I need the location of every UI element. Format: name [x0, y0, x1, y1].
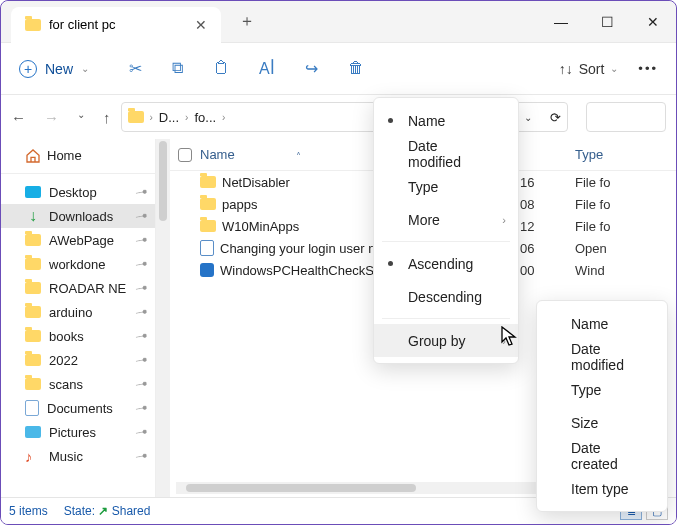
- sidebar-item-desktop[interactable]: Desktop📍︎: [1, 180, 155, 204]
- sidebar-item-label: arduino: [49, 305, 92, 320]
- sidebar-item-books[interactable]: books📍︎: [1, 324, 155, 348]
- breadcrumb-1[interactable]: D...: [159, 110, 179, 125]
- sidebar-home-label: Home: [47, 148, 82, 163]
- sort-more[interactable]: More›: [374, 203, 518, 236]
- cut-icon[interactable]: ✂: [129, 59, 142, 78]
- forward-button[interactable]: →: [44, 109, 59, 126]
- paste-icon[interactable]: 📋︎: [213, 59, 229, 78]
- sidebar-item-label: scans: [49, 377, 83, 392]
- sidebar-item-label: ROADAR NE: [49, 281, 126, 296]
- sort-ascending[interactable]: Ascending: [374, 247, 518, 280]
- window-controls: ― ☐ ✕: [538, 6, 676, 38]
- window-tab[interactable]: for client pc ✕: [11, 7, 221, 43]
- select-all-checkbox[interactable]: [178, 148, 192, 162]
- sort-group-by[interactable]: Group by›: [374, 324, 518, 357]
- sidebar-item-pictures[interactable]: Pictures📍︎: [1, 420, 155, 444]
- chevron-down-icon[interactable]: ⌄: [77, 109, 85, 126]
- sort-descending[interactable]: Descending: [374, 280, 518, 313]
- titlebar: for client pc ✕ ＋ ― ☐ ✕: [1, 1, 676, 43]
- maximize-button[interactable]: ☐: [584, 6, 630, 38]
- vertical-scrollbar[interactable]: [156, 139, 170, 497]
- rename-icon[interactable]: Aꟾ: [259, 59, 275, 78]
- column-type[interactable]: Type: [575, 147, 635, 162]
- new-label: New: [45, 61, 73, 77]
- file-date: 06: [520, 241, 575, 256]
- chevron-down-icon: ⌄: [81, 63, 89, 74]
- more-button[interactable]: •••: [638, 61, 658, 76]
- sort-name[interactable]: Name: [374, 104, 518, 137]
- sidebar-item-roadar-ne[interactable]: ROADAR NE📍︎: [1, 276, 155, 300]
- groupby-date-created[interactable]: Date created: [537, 439, 667, 472]
- sidebar-item-label: workdone: [49, 257, 105, 272]
- sort-menu: Name Date modified Type More› Ascending …: [373, 97, 519, 364]
- file-name: WindowsPCHealthCheckSetu: [220, 263, 392, 278]
- sidebar-item-music[interactable]: ♪Music📍︎: [1, 444, 155, 468]
- pin-icon: 📍︎: [132, 351, 150, 369]
- close-window-button[interactable]: ✕: [630, 6, 676, 38]
- sidebar-home[interactable]: Home: [1, 143, 155, 167]
- sidebar-item-arduino[interactable]: arduino📍︎: [1, 300, 155, 324]
- refresh-button[interactable]: ⟳: [550, 110, 561, 125]
- sidebar-item-awebpage[interactable]: AWebPage📍︎: [1, 228, 155, 252]
- file-date: 12: [520, 219, 575, 234]
- state-label: State: ↗ Shared: [64, 504, 151, 518]
- mouse-cursor: [501, 326, 519, 348]
- sidebar-item-label: Desktop: [49, 185, 97, 200]
- file-type: Wind: [575, 263, 635, 278]
- sort-indicator-icon: ˄: [296, 151, 301, 162]
- file-name: W10MinApps: [222, 219, 299, 234]
- up-button[interactable]: ↑: [103, 109, 111, 126]
- pin-icon: 📍︎: [132, 375, 150, 393]
- breadcrumb-2[interactable]: fo...: [194, 110, 216, 125]
- sidebar-item-label: books: [49, 329, 84, 344]
- new-tab-button[interactable]: ＋: [239, 11, 255, 32]
- share-icon[interactable]: ↪: [305, 59, 318, 78]
- file-date: 16: [520, 175, 575, 190]
- file-type: Open: [575, 241, 635, 256]
- file-type: File fo: [575, 175, 635, 190]
- new-button[interactable]: + New ⌄: [19, 60, 89, 78]
- sort-button[interactable]: ↑↓ Sort ⌄: [559, 61, 619, 77]
- sidebar-item-label: Documents: [47, 401, 113, 416]
- sidebar-item-downloads[interactable]: ↓Downloads📍︎: [1, 204, 155, 228]
- groupby-size[interactable]: Size: [537, 406, 667, 439]
- pin-icon: 📍︎: [132, 207, 150, 225]
- sidebar-item-workdone[interactable]: workdone📍︎: [1, 252, 155, 276]
- groupby-name[interactable]: Name: [537, 307, 667, 340]
- file-date: 00: [520, 263, 575, 278]
- pin-icon: 📍︎: [132, 303, 150, 321]
- sidebar-item-label: Music: [49, 449, 83, 464]
- close-tab-icon[interactable]: ✕: [195, 17, 207, 33]
- file-name: papps: [222, 197, 257, 212]
- sort-type[interactable]: Type: [374, 170, 518, 203]
- tab-title: for client pc: [49, 17, 115, 32]
- search-input[interactable]: [586, 102, 666, 132]
- sidebar-item-scans[interactable]: scans📍︎: [1, 372, 155, 396]
- folder-icon: [25, 19, 41, 31]
- groupby-item-type[interactable]: Item type: [537, 472, 667, 505]
- groupby-date-modified[interactable]: Date modified: [537, 340, 667, 373]
- minimize-button[interactable]: ―: [538, 6, 584, 38]
- sidebar-item-label: 2022: [49, 353, 78, 368]
- back-button[interactable]: ←: [11, 109, 26, 126]
- sort-label: Sort: [579, 61, 605, 77]
- sidebar-item-label: AWebPage: [49, 233, 114, 248]
- home-icon: [25, 148, 39, 162]
- file-date: 08: [520, 197, 575, 212]
- sidebar-item-2022[interactable]: 2022📍︎: [1, 348, 155, 372]
- delete-icon[interactable]: 🗑︎: [348, 59, 364, 78]
- sidebar: Home Desktop📍︎↓Downloads📍︎AWebPage📍︎work…: [1, 139, 156, 497]
- group-by-submenu: Name Date modified Type Size Date create…: [536, 300, 668, 512]
- copy-icon[interactable]: ⧉: [172, 59, 183, 78]
- pin-icon: 📍︎: [132, 279, 150, 297]
- sidebar-item-documents[interactable]: Documents📍︎: [1, 396, 155, 420]
- chevron-right-icon: ›: [502, 214, 506, 226]
- navigation-row: ← → ⌄ ↑ › D... › fo... › ⌄ ⟳: [1, 95, 676, 139]
- groupby-type[interactable]: Type: [537, 373, 667, 406]
- sort-date-modified[interactable]: Date modified: [374, 137, 518, 170]
- item-count: 5 items: [9, 504, 48, 518]
- pin-icon: 📍︎: [132, 447, 150, 465]
- file-type: File fo: [575, 219, 635, 234]
- file-name: Changing your login user na: [220, 241, 383, 256]
- dropdown-icon[interactable]: ⌄: [524, 112, 532, 123]
